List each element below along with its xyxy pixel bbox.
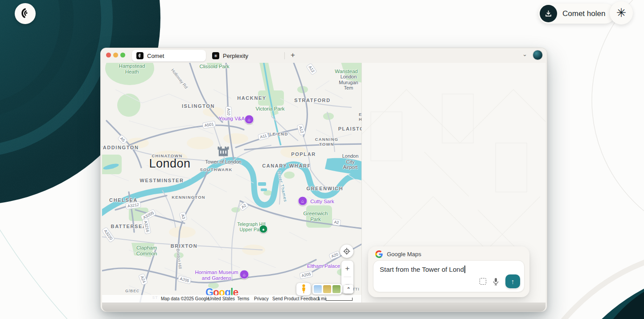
close-window-button[interactable] [106, 53, 111, 57]
pegman-button[interactable] [296, 283, 311, 295]
feedback-link[interactable]: Send Product Feedback [272, 296, 320, 301]
microphone-icon[interactable] [493, 278, 499, 286]
assistant-input[interactable]: Start from the Tower of Lond ↑ [373, 260, 525, 292]
region-text: United States [208, 296, 235, 301]
zoom-in-button[interactable]: + [341, 261, 353, 277]
map-canvas [102, 63, 361, 303]
perplexity-tab-icon: ✳ [212, 52, 219, 59]
text-caret [464, 266, 465, 273]
send-button[interactable]: ↑ [505, 274, 520, 288]
imagery-thumb-3[interactable] [332, 285, 340, 293]
tab-perplexity[interactable]: ✳ Perplexity [209, 50, 248, 61]
download-icon [540, 5, 557, 22]
window-content: ISLINGTONHACKNEYSTRATFORDPADDINGTONWESTM… [102, 63, 546, 303]
google-g-icon [375, 250, 383, 258]
comet-tab-icon [136, 52, 144, 59]
assistant-provider-label: Google Maps [387, 251, 421, 258]
assistant-card: Google Maps Start from the Tower of Lond… [368, 246, 529, 297]
download-label: Comet holen [562, 9, 605, 18]
map-attribution: Map data ©2025 Google United States Term… [102, 295, 361, 303]
scale-bar [326, 298, 353, 301]
tab-perplexity-label: Perplexity [223, 53, 248, 59]
comet-logo-bubble [15, 3, 36, 24]
chevron-down-icon[interactable]: ⌄ [522, 51, 527, 57]
new-tab-button[interactable]: + [287, 49, 299, 61]
assistant-input-value: Start from the Tower of Lond [380, 266, 464, 273]
tab-comet-label: Comet [147, 53, 164, 59]
zoom-window-button[interactable] [120, 53, 125, 57]
terms-link[interactable]: Terms [237, 296, 249, 301]
minimize-window-button[interactable] [113, 53, 118, 57]
browser-window: Comet ✳ Perplexity + ⌄ [100, 48, 547, 312]
pegman-icon [301, 284, 307, 294]
google-map[interactable]: ISLINGTONHACKNEYSTRATFORDPADDINGTONWESTM… [102, 63, 362, 303]
perplexity-button[interactable]: ✳ [610, 1, 633, 25]
comet-icon [17, 5, 33, 21]
tab-comet[interactable]: Comet [132, 50, 206, 61]
download-comet-button[interactable]: Comet holen [538, 4, 615, 24]
imagery-thumb-1[interactable] [314, 285, 322, 293]
side-panel: Google Maps Start from the Tower of Lond… [362, 63, 546, 303]
profile-avatar[interactable] [533, 50, 542, 60]
scale-text: 1 mi [317, 296, 326, 301]
privacy-link[interactable]: Privacy [254, 296, 269, 301]
window-bottom-edge [102, 303, 546, 311]
tab-divider [284, 52, 285, 59]
select-area-icon[interactable] [480, 278, 486, 285]
collapse-imagery-button[interactable]: ⌃ [344, 285, 353, 294]
imagery-thumbnails[interactable] [312, 284, 342, 294]
tab-bar: Comet ✳ Perplexity + ⌄ [101, 48, 547, 63]
map-data-text: Map data ©2025 Google [161, 296, 209, 301]
imagery-thumb-2[interactable] [323, 285, 331, 293]
perplexity-icon: ✳ [616, 6, 627, 20]
my-location-button[interactable] [340, 245, 353, 258]
